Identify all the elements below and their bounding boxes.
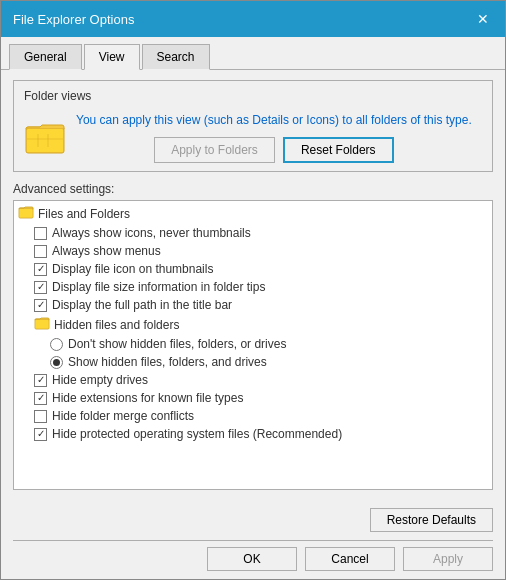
folder-views-group: Folder views You can apply thi (13, 80, 493, 172)
list-item-label: Hide empty drives (52, 373, 148, 387)
list-item-label: Hidden files and folders (54, 318, 179, 332)
checkbox-icon (34, 392, 47, 405)
list-item[interactable]: Always show icons, never thumbnails (14, 224, 492, 242)
folder-icon (24, 119, 66, 155)
list-item[interactable]: Hide protected operating system files (R… (14, 425, 492, 443)
checkbox-icon (34, 227, 47, 240)
settings-list-container: Files and FoldersAlways show icons, neve… (13, 200, 493, 490)
list-item-label: Hide protected operating system files (R… (52, 427, 342, 441)
list-item[interactable]: Display file icon on thumbnails (14, 260, 492, 278)
ok-button[interactable]: OK (207, 547, 297, 571)
checkbox-icon (34, 263, 47, 276)
category-folder-icon (34, 316, 54, 333)
title-bar: File Explorer Options ✕ (1, 1, 505, 37)
folder-views-text: You can apply this view (such as Details… (76, 111, 472, 129)
restore-defaults-button[interactable]: Restore Defaults (370, 508, 493, 532)
dialog-title: File Explorer Options (13, 12, 134, 27)
list-item[interactable]: Hide empty drives (14, 371, 492, 389)
tab-view[interactable]: View (84, 44, 140, 70)
list-item-label: Always show icons, never thumbnails (52, 226, 251, 240)
list-item-label: Hide extensions for known file types (52, 391, 243, 405)
tab-general[interactable]: General (9, 44, 82, 70)
list-item-label: Files and Folders (38, 207, 130, 221)
tab-content: Folder views You can apply thi (1, 70, 505, 500)
svg-rect-1 (27, 129, 63, 152)
tabs-container: General View Search (1, 37, 505, 70)
checkbox-icon (34, 428, 47, 441)
list-item-label: Don't show hidden files, folders, or dri… (68, 337, 286, 351)
list-item-label: Display file icon on thumbnails (52, 262, 213, 276)
checkbox-icon (34, 245, 47, 258)
list-item[interactable]: Files and Folders (14, 203, 492, 224)
reset-folders-button[interactable]: Reset Folders (283, 137, 394, 163)
radio-icon (50, 356, 63, 369)
file-explorer-options-dialog: File Explorer Options ✕ General View Sea… (0, 0, 506, 580)
list-item[interactable]: Hide folder merge conflicts (14, 407, 492, 425)
list-item[interactable]: Display the full path in the title bar (14, 296, 492, 314)
list-item-label: Display file size information in folder … (52, 280, 265, 294)
checkbox-icon (34, 281, 47, 294)
list-item-label: Hide folder merge conflicts (52, 409, 194, 423)
folder-views-buttons: Apply to Folders Reset Folders (76, 137, 472, 163)
category-folder-icon (18, 205, 38, 222)
tab-search[interactable]: Search (142, 44, 210, 70)
advanced-settings-label: Advanced settings: (13, 182, 493, 196)
close-button[interactable]: ✕ (473, 9, 493, 29)
checkbox-icon (34, 410, 47, 423)
settings-list[interactable]: Files and FoldersAlways show icons, neve… (14, 201, 492, 489)
folder-views-inner: You can apply this view (such as Details… (24, 111, 482, 163)
folder-views-legend: Folder views (24, 89, 482, 103)
checkbox-icon (34, 374, 47, 387)
restore-row: Restore Defaults (13, 508, 493, 532)
svg-rect-8 (36, 320, 49, 329)
checkbox-icon (34, 299, 47, 312)
list-item[interactable]: Hidden files and folders (14, 314, 492, 335)
list-item[interactable]: Don't show hidden files, folders, or dri… (14, 335, 492, 353)
folder-views-description: You can apply this view (such as Details… (76, 111, 472, 163)
list-item[interactable]: Display file size information in folder … (14, 278, 492, 296)
bottom-area: Restore Defaults OK Cancel Apply (1, 500, 505, 579)
apply-button[interactable]: Apply (403, 547, 493, 571)
cancel-button[interactable]: Cancel (305, 547, 395, 571)
list-item[interactable]: Always show menus (14, 242, 492, 260)
list-item[interactable]: Hide extensions for known file types (14, 389, 492, 407)
svg-rect-6 (20, 209, 33, 218)
radio-icon (50, 338, 63, 351)
list-item-label: Show hidden files, folders, and drives (68, 355, 267, 369)
apply-to-folders-button[interactable]: Apply to Folders (154, 137, 275, 163)
close-icon: ✕ (477, 11, 489, 27)
dialog-buttons: OK Cancel Apply (13, 540, 493, 571)
list-item-label: Always show menus (52, 244, 161, 258)
list-item-label: Display the full path in the title bar (52, 298, 232, 312)
list-item[interactable]: Show hidden files, folders, and drives (14, 353, 492, 371)
